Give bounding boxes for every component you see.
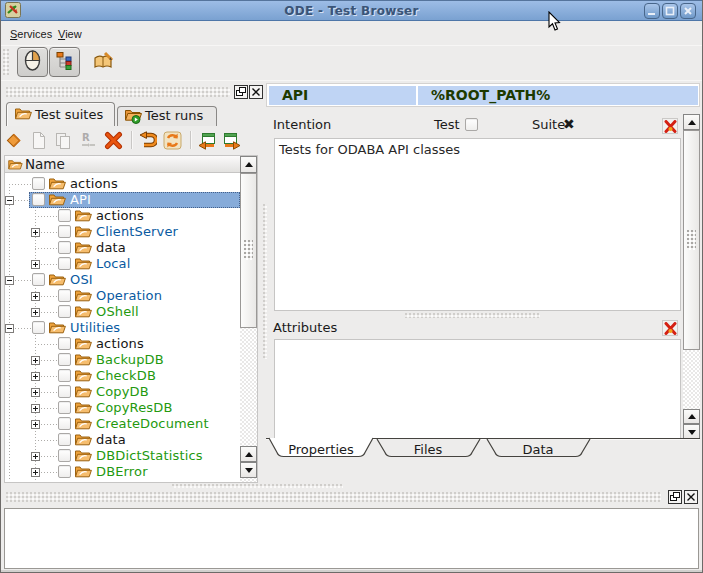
tab-files[interactable]: Files bbox=[386, 442, 470, 457]
toolbar-handle[interactable] bbox=[3, 49, 9, 75]
tree-view-button[interactable] bbox=[49, 47, 80, 77]
tree-item-checkbox[interactable] bbox=[58, 369, 71, 382]
menu-view[interactable]: View bbox=[58, 26, 82, 42]
tree-scroll-down-button[interactable] bbox=[240, 462, 257, 478]
undo-button[interactable] bbox=[138, 131, 158, 151]
collapse-icon[interactable] bbox=[5, 324, 14, 333]
properties-scroll-up2-button[interactable] bbox=[683, 409, 700, 424]
notes-button[interactable] bbox=[91, 50, 117, 74]
expand-icon[interactable] bbox=[31, 260, 40, 269]
object-path-cell[interactable]: %ROOT_PATH% bbox=[418, 86, 698, 105]
bottom-dock-handle[interactable] bbox=[6, 492, 661, 502]
tree-item-checkbox[interactable] bbox=[58, 337, 71, 350]
left-dock-handle[interactable] bbox=[6, 87, 230, 97]
attributes-reset-button[interactable] bbox=[662, 320, 678, 336]
export-button[interactable] bbox=[222, 131, 242, 151]
tree-header[interactable]: Name bbox=[5, 156, 240, 173]
tree-item-checkbox[interactable] bbox=[58, 225, 71, 238]
tree-item-label[interactable]: CreateDocument bbox=[96, 416, 209, 432]
expand-icon[interactable] bbox=[31, 308, 40, 317]
delete-button[interactable] bbox=[104, 131, 124, 151]
tab-data[interactable]: Data bbox=[496, 442, 580, 457]
maximize-button[interactable] bbox=[662, 3, 678, 19]
tree-item-checkbox[interactable] bbox=[58, 449, 71, 462]
tree-item-label[interactable]: CopyDB bbox=[96, 384, 149, 400]
collapse-icon[interactable] bbox=[5, 196, 14, 205]
tree-item-checkbox[interactable] bbox=[32, 321, 45, 334]
attributes-textarea[interactable] bbox=[274, 339, 681, 439]
expand-icon[interactable] bbox=[31, 372, 40, 381]
tab-test-suites[interactable]: Test suites bbox=[6, 102, 115, 126]
tree-item-checkbox[interactable] bbox=[58, 209, 71, 222]
minimize-button[interactable] bbox=[644, 3, 660, 19]
copy-button[interactable] bbox=[54, 131, 74, 151]
tree-item-label[interactable]: CheckDB bbox=[96, 368, 156, 384]
tree-item-label[interactable]: DBDictStatistics bbox=[96, 448, 203, 464]
tree-item-checkbox[interactable] bbox=[58, 465, 71, 478]
tree-item-checkbox[interactable] bbox=[58, 305, 71, 318]
tab-properties[interactable]: Properties bbox=[279, 442, 363, 457]
tab-test-runs[interactable]: Test runs bbox=[117, 106, 217, 126]
expand-icon[interactable] bbox=[31, 452, 40, 461]
output-panel[interactable] bbox=[4, 508, 699, 569]
tree-item-checkbox[interactable] bbox=[58, 257, 71, 270]
import-button[interactable] bbox=[197, 131, 217, 151]
tree-item-label[interactable]: actions bbox=[96, 208, 144, 224]
expand-icon[interactable] bbox=[31, 404, 40, 413]
tree-item-checkbox[interactable] bbox=[58, 353, 71, 366]
titlebar[interactable]: ODE - Test Browser bbox=[1, 1, 702, 20]
left-dock-float-button[interactable] bbox=[234, 85, 248, 99]
mouse-view-button[interactable] bbox=[17, 47, 48, 77]
tree-item-checkbox[interactable] bbox=[58, 241, 71, 254]
tree-item-label[interactable]: data bbox=[96, 432, 126, 448]
collapse-icon[interactable] bbox=[5, 276, 14, 285]
tree-item-label[interactable]: actions bbox=[70, 176, 118, 192]
close-button[interactable] bbox=[680, 3, 696, 19]
expand-icon[interactable] bbox=[31, 292, 40, 301]
bottom-splitter[interactable] bbox=[172, 484, 343, 488]
test-checkbox[interactable] bbox=[465, 118, 478, 131]
tree-item-label[interactable]: ClientServer bbox=[96, 224, 178, 240]
section-splitter[interactable] bbox=[405, 313, 540, 318]
rename-button[interactable]: R bbox=[79, 131, 99, 151]
bottom-dock-close-button[interactable] bbox=[684, 490, 698, 504]
menu-services[interactable]: Services bbox=[10, 26, 52, 42]
tree-item-label[interactable]: CopyResDB bbox=[96, 400, 172, 416]
bottom-dock-float-button[interactable] bbox=[668, 490, 682, 504]
tree-item-checkbox[interactable] bbox=[58, 385, 71, 398]
tree-item-checkbox[interactable] bbox=[32, 193, 45, 206]
intention-reset-button[interactable] bbox=[662, 118, 678, 134]
tree-item-label[interactable]: BackupDB bbox=[96, 352, 164, 368]
tree-scroll-up-button[interactable] bbox=[240, 156, 257, 173]
clear-button[interactable] bbox=[4, 131, 24, 151]
tree-scroll-up2-button[interactable] bbox=[240, 446, 257, 462]
tree-item-label[interactable]: OShell bbox=[96, 304, 139, 320]
tree-item-label[interactable]: data bbox=[96, 240, 126, 256]
intention-textarea[interactable]: Tests for ODABA API classes bbox=[274, 138, 681, 311]
tree-item-label[interactable]: API bbox=[70, 192, 91, 208]
suite-clear-icon[interactable]: ✖ bbox=[563, 116, 575, 133]
object-name-cell[interactable]: API bbox=[269, 86, 416, 105]
tree-item-label[interactable]: DBError bbox=[96, 464, 148, 480]
new-button[interactable] bbox=[29, 131, 49, 151]
tree-item-checkbox[interactable] bbox=[32, 273, 45, 286]
dock-splitter[interactable] bbox=[263, 204, 267, 359]
expand-icon[interactable] bbox=[31, 420, 40, 429]
expand-icon[interactable] bbox=[31, 228, 40, 237]
expand-icon[interactable] bbox=[31, 388, 40, 397]
tree-item-label[interactable]: actions bbox=[96, 336, 144, 352]
tree-item-checkbox[interactable] bbox=[32, 177, 45, 190]
expand-icon[interactable] bbox=[31, 356, 40, 365]
left-dock-close-button[interactable] bbox=[249, 85, 263, 99]
tree-item-checkbox[interactable] bbox=[58, 401, 71, 414]
tree-item-checkbox[interactable] bbox=[58, 289, 71, 302]
tree-item-label[interactable]: Operation bbox=[96, 288, 162, 304]
properties-scroll-up-button[interactable] bbox=[683, 114, 700, 130]
tree-item-checkbox[interactable] bbox=[58, 433, 71, 446]
refresh-button[interactable] bbox=[163, 131, 183, 151]
tree-item-checkbox[interactable] bbox=[58, 417, 71, 430]
tree-item-label[interactable]: Utilities bbox=[70, 320, 120, 336]
expand-icon[interactable] bbox=[31, 468, 40, 477]
tree-item-label[interactable]: OSI bbox=[70, 272, 93, 288]
tree-item-label[interactable]: Local bbox=[96, 256, 130, 272]
